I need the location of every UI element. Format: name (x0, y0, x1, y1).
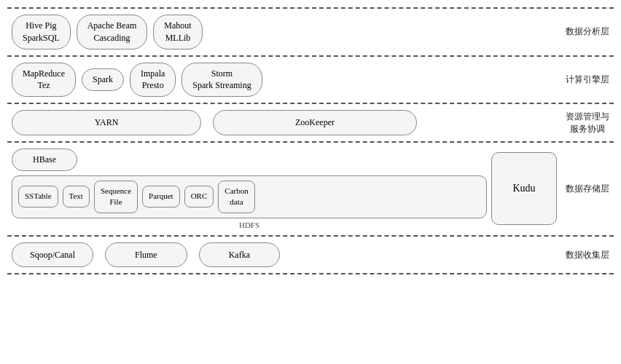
storm-spark-streaming: StormSpark Streaming (181, 63, 262, 98)
analysis-label: 数据分析层 (561, 23, 614, 41)
hdfs-block: SSTable Text SequenceFile Parquet ORC Ca… (12, 175, 487, 218)
architecture-diagram: Hive PigSparkSQL Apache BeamCascading Ma… (0, 0, 621, 364)
kudu: Kudu (491, 152, 557, 225)
hbase-row: HBase (12, 149, 487, 171)
zookeeper: ZooKeeper (213, 110, 417, 135)
collection-content: Sqoop/Canal Flume Kafka (7, 237, 561, 274)
carbon-data: Carbondata (218, 181, 254, 213)
compute-content: MapReduceTez Spark ImpalaPresto StormSpa… (7, 57, 561, 103)
hdfs-label: HDFS (12, 221, 487, 229)
storage-content: HBase SSTable Text SequenceFile Parquet … (7, 143, 491, 235)
resource-content: YARN ZooKeeper (7, 104, 561, 141)
analysis-layer: Hive PigSparkSQL Apache BeamCascading Ma… (7, 7, 614, 55)
hdfs-inner: SSTable Text SequenceFile Parquet ORC Ca… (18, 181, 480, 213)
resource-label: 资源管理与 服务协调 (561, 108, 614, 138)
mahout-mllib: MahoutMLLib (153, 15, 202, 50)
flume: Flume (105, 242, 187, 268)
storage-layer: HBase SSTable Text SequenceFile Parquet … (7, 141, 614, 235)
collection-layer: Sqoop/Canal Flume Kafka 数据收集层 (7, 235, 614, 275)
collection-label: 数据收集层 (561, 246, 614, 264)
impala-presto: ImpalaPresto (130, 63, 176, 98)
parquet: Parquet (142, 186, 180, 207)
text: Text (63, 186, 90, 207)
hdfs-section: SSTable Text SequenceFile Parquet ORC Ca… (12, 175, 487, 229)
kudu-section: Kudu (491, 143, 561, 235)
kafka: Kafka (199, 242, 280, 268)
sequence-file: SequenceFile (94, 181, 138, 213)
spark: Spark (82, 68, 124, 91)
sqoop-canal: Sqoop/Canal (12, 242, 93, 268)
compute-label: 计算引擎层 (561, 71, 614, 89)
mapreduce-tez: MapReduceTez (12, 63, 76, 98)
hbase: HBase (12, 149, 77, 171)
compute-layer: MapReduceTez Spark ImpalaPresto StormSpa… (7, 55, 614, 103)
apache-beam-cascading: Apache BeamCascading (77, 15, 148, 50)
hive-pig-sparksql: Hive PigSparkSQL (12, 15, 71, 50)
resource-layer: YARN ZooKeeper 资源管理与 服务协调 (7, 103, 614, 141)
analysis-content: Hive PigSparkSQL Apache BeamCascading Ma… (7, 9, 561, 55)
sstable: SSTable (18, 186, 58, 207)
orc: ORC (184, 186, 214, 207)
yarn: YARN (12, 110, 201, 135)
storage-label: 数据存储层 (561, 143, 614, 235)
